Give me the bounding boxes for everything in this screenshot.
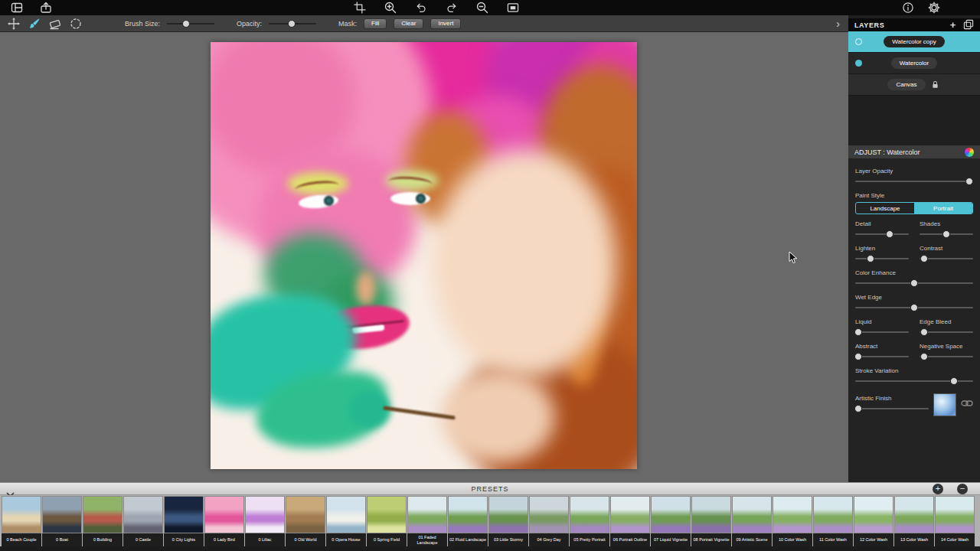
abstract-slider[interactable] (855, 352, 909, 361)
layer-pill[interactable]: Watercolor (891, 57, 937, 69)
edge-bleed-slider[interactable] (920, 328, 973, 337)
preset-item[interactable]: 0 Opera House (326, 496, 366, 546)
mask-clear-button[interactable]: Clear (394, 18, 423, 29)
color-wheel-icon[interactable] (965, 148, 974, 157)
preset-item[interactable]: 0 Castle (123, 496, 163, 546)
remove-preset-button[interactable]: − (957, 484, 968, 494)
slider-knob[interactable] (942, 230, 950, 238)
layer-opacity-slider[interactable] (855, 177, 973, 186)
layer-row-watercolor[interactable]: Watercolor (848, 53, 980, 74)
layer-visibility-toggle[interactable] (855, 60, 862, 67)
panel-collapse-chevron-icon[interactable]: › (836, 18, 841, 29)
slider-knob[interactable] (910, 304, 918, 311)
slider-knob[interactable] (854, 405, 862, 412)
liquid-slider[interactable] (855, 328, 909, 337)
preset-item[interactable]: 0 Lady Bird (204, 496, 244, 546)
redo-icon[interactable] (446, 2, 458, 14)
slider-knob[interactable] (854, 353, 862, 360)
mask-invert-button[interactable]: Invert (430, 18, 461, 29)
slider-knob[interactable] (854, 328, 862, 336)
color-enhance-slider[interactable] (855, 279, 973, 288)
preset-label: 05 Pretty Portrait (570, 533, 609, 546)
add-layer-icon[interactable]: + (950, 20, 956, 30)
undo-icon[interactable] (415, 2, 427, 14)
preset-item[interactable]: 0 Old World (286, 496, 325, 546)
fit-screen-icon[interactable] (507, 2, 519, 14)
preset-item[interactable]: 13 Color Wash (894, 496, 934, 546)
export-icon[interactable] (40, 2, 52, 14)
layer-row-canvas[interactable]: Canvas (848, 74, 980, 96)
preset-item[interactable]: 10 Color Wash (773, 496, 812, 546)
preset-item[interactable]: 0 Spring Field (367, 496, 407, 546)
mask-fill-button[interactable]: Fill (364, 18, 387, 29)
preset-item[interactable]: 0 Boat (42, 496, 82, 546)
stroke-variation-slider[interactable] (855, 377, 973, 386)
artistic-finish-thumbnail[interactable] (933, 393, 956, 416)
slider-knob[interactable] (910, 279, 918, 287)
preset-item[interactable]: 0 City Lights (164, 496, 204, 546)
preset-thumbnail (854, 496, 893, 533)
slider-knob[interactable] (920, 328, 928, 336)
slider-knob[interactable] (920, 255, 928, 262)
preset-item[interactable]: 05 Pretty Portrait (570, 496, 609, 546)
preset-item[interactable]: 08 Portrait Vignette (691, 496, 731, 546)
layer-row-watercolor-copy[interactable]: Watercolor copy (848, 31, 980, 53)
slider-knob[interactable] (950, 377, 958, 385)
preset-item[interactable]: 14 Color Wash (935, 496, 975, 546)
link-icon[interactable] (961, 399, 973, 409)
adjust-panel: Layer Opacity Paint Style Landscape Port… (848, 158, 980, 482)
preset-item[interactable]: 04 Grey Day (529, 496, 569, 546)
preset-item[interactable]: 0 Building (83, 496, 122, 546)
layout-icon[interactable] (11, 2, 23, 14)
slider-knob[interactable] (867, 255, 874, 262)
slider-knob[interactable] (886, 230, 893, 238)
brush-size-knob[interactable] (182, 20, 190, 28)
preset-label: 0 Old World (286, 533, 325, 546)
preset-item[interactable]: 01 Faded Landscape (407, 496, 447, 546)
color-enhance-label: Color Enhance (855, 269, 973, 277)
slider-knob[interactable] (920, 353, 928, 360)
artwork-image[interactable] (211, 42, 637, 469)
preset-item[interactable]: 03 Little Stormy (488, 496, 528, 546)
preset-item[interactable]: 0 Beach Couple (2, 496, 41, 546)
wet-edge-slider[interactable] (855, 303, 973, 312)
preset-item[interactable]: 09 Artistic Scene (732, 496, 772, 546)
add-preset-button[interactable]: + (933, 484, 943, 494)
move-tool-icon[interactable] (7, 17, 21, 31)
info-icon[interactable] (902, 2, 914, 14)
brush-tool-icon[interactable] (28, 17, 41, 31)
layer-pill[interactable]: Canvas (887, 79, 925, 90)
preset-item[interactable]: 11 Color Wash (813, 496, 853, 546)
opacity-slider[interactable] (269, 19, 316, 28)
artistic-finish-slider[interactable] (855, 404, 929, 413)
lighten-slider[interactable] (855, 254, 909, 263)
paint-style-portrait-button[interactable]: Portrait (914, 203, 972, 214)
negative-space-slider[interactable] (920, 352, 973, 361)
preset-label: 07 Liquid Vignette (651, 533, 691, 546)
zoom-in-icon[interactable] (384, 2, 397, 14)
preset-thumbnail (326, 496, 366, 533)
preset-item[interactable]: 07 Liquid Vignette (651, 496, 691, 546)
detail-slider[interactable] (855, 230, 909, 239)
layer-pill[interactable]: Watercolor copy (884, 36, 945, 47)
slider-knob[interactable] (965, 178, 973, 185)
shades-slider[interactable] (920, 230, 973, 239)
preset-item[interactable]: 0 Lillac (245, 496, 285, 546)
settings-gear-icon[interactable] (928, 2, 940, 14)
crop-icon[interactable] (354, 2, 366, 14)
contrast-slider[interactable] (920, 254, 973, 263)
selection-marquee-icon[interactable] (69, 17, 83, 31)
eraser-tool-icon[interactable] (48, 17, 62, 31)
brush-size-slider[interactable] (167, 19, 214, 28)
zoom-out-icon[interactable] (476, 2, 488, 14)
preset-item[interactable]: 02 Fluid Landscape (448, 496, 488, 546)
paint-style-landscape-button[interactable]: Landscape (856, 203, 914, 214)
preset-item[interactable]: 12 Color Wash (854, 496, 893, 546)
preset-item[interactable]: 06 Portrait Outline (610, 496, 650, 546)
lock-icon[interactable] (929, 79, 941, 90)
presets-title: PRESETS (0, 485, 980, 493)
duplicate-layer-icon[interactable] (963, 19, 974, 31)
layer-visibility-toggle[interactable] (855, 38, 862, 45)
lighten-label: Lighten (855, 245, 909, 253)
opacity-knob[interactable] (288, 20, 296, 28)
